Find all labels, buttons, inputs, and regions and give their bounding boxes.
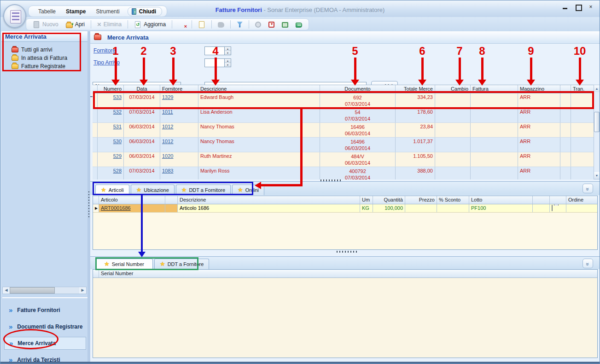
apri-button[interactable]: Apri [63,20,87,29]
numero-link[interactable]: 533 [113,94,122,100]
export-button[interactable] [266,21,277,29]
nav-item-merce-arrivata[interactable]: » Merce Arrivata [4,337,86,350]
table-row[interactable]: 530 06/03/2014 1012 Nancy Thomas 1649606… [93,138,596,152]
filter-button[interactable] [234,21,245,29]
fornitore-link[interactable]: Fornitore [93,47,116,54]
stamp-button[interactable] [215,20,227,29]
fornitore-link[interactable]: 1083 [162,168,173,173]
col-totale-merce[interactable]: Totale Merce [396,85,435,93]
new-page-button[interactable] [195,20,208,29]
numero-link[interactable]: 531 [113,124,122,129]
menu-tabelle[interactable]: Tabelle [33,7,61,16]
fornitore-input[interactable]: ▲▼ [204,46,231,55]
nav-item-documenti-da-registrare[interactable]: » Documenti da Registrare [4,320,86,333]
col-cambio[interactable]: Cambio [435,85,471,93]
fornitore-link[interactable]: 1012 [162,124,173,129]
tipo-arrivo-link[interactable]: Tipo Arrivo [93,59,120,66]
spinner-buttons[interactable]: ▲▼ [224,47,231,55]
tree-item-tutti-gli-arrivi[interactable]: Tutti gli arrivi [12,46,87,54]
star-icon: ★ [136,187,142,193]
table-row[interactable]: 528 07/03/2014 1083 Marilyn Ross 4007920… [93,167,596,179]
nav-item-fatture-fornitori[interactable]: » Fatture Fornitori [4,304,86,317]
tab-ddt-a-fornitore-2[interactable]: ★ DDT a Fornitore [154,259,209,269]
table-row[interactable]: 529 06/03/2014 1020 Ruth Martinez 484/V0… [93,152,596,167]
scroll-up-icon[interactable]: ▲ [594,85,600,92]
sidebar-horizontal-scrollbar[interactable]: ◀ ▶ [2,287,87,294]
row-marker-icon: ▶ [93,204,99,212]
delete-icon: × [97,21,101,28]
splitter-grip-icon[interactable] [337,251,358,253]
col-sconto[interactable]: % Sconto [437,196,469,204]
maximize-button-icon[interactable] [575,4,581,10]
filter-panel: Fornitore ▲▼ Tipo Arrivo ▲▼ Numero ▼ Vai [90,44,600,84]
col-um[interactable]: Um [360,196,373,204]
table-row[interactable]: 532 07/03/2014 1011 Lisa Anderson 5407/0… [93,108,596,123]
sidebar: Merce Arrivata Tutti gli arrivi In attes… [1,31,87,362]
col-documento[interactable]: Documento [320,85,396,93]
fornitore-link[interactable]: 1020 [162,153,173,159]
filter-clear-button[interactable]: × [175,20,188,29]
table-row[interactable]: 531 06/03/2014 1012 Nancy Thomas 1649606… [93,123,596,138]
col-descrizione[interactable]: Descrizione [198,85,320,93]
scroll-right-icon[interactable]: ▶ [79,287,86,294]
tipo-arrivo-input[interactable]: ▲▼ [204,58,231,67]
tree-item-in-attesa-di-fattura[interactable]: In attesa di Fattura [12,54,87,62]
col-data[interactable]: Data [124,85,160,93]
col-articolo[interactable]: Articolo [99,196,165,204]
col-fornitore[interactable]: Fornitore [160,85,198,93]
elimina-button[interactable]: × Elimina [94,20,124,29]
nuovo-button[interactable]: Nuovo [30,20,61,29]
col-lotto[interactable]: Lotto [469,196,533,204]
articolo-row[interactable]: ▶ ART0001686 Articolo 1686 KG 100,000 PF… [93,204,597,213]
col-serial-number[interactable]: Serial Number [99,270,597,277]
scrollbar-thumb[interactable] [10,287,55,294]
application-menu-orb[interactable] [3,4,26,28]
numero-link[interactable]: 529 [113,153,122,159]
tab-ubicazione[interactable]: ★ Ubicazione [131,185,175,195]
grid-vertical-scrollbar[interactable]: ▲ ▼ [594,85,600,179]
menu-chiudi[interactable]: Chiudi [128,7,162,16]
expand-panel-button[interactable]: » [583,259,593,268]
minimize-button-icon[interactable] [562,4,568,10]
window-bottom-border [0,362,600,364]
close-button-icon[interactable]: × [588,4,594,10]
col-descrizione[interactable]: Descrizione [178,196,360,204]
book-icon [296,23,302,28]
col-quantita[interactable]: Quantità [373,196,405,204]
menu-strumenti[interactable]: Strumenti [91,7,124,16]
col-fattura[interactable]: Fattura [471,85,518,93]
col-numero[interactable]: Numero [98,85,124,93]
monitor-button[interactable] [279,20,291,29]
clock-button[interactable] [252,20,264,29]
aggiorna-button[interactable]: Aggiorna [131,20,169,29]
tab-serial-number[interactable]: ★ Serial Number [95,259,153,269]
scroll-down-icon[interactable]: ▼ [594,172,600,179]
articolo-link[interactable]: ART0001686 [101,205,131,211]
menu-stampe[interactable]: Stampe [61,7,91,16]
col-magazzino[interactable]: Magazzino [518,85,560,93]
fornitore-link[interactable]: 1012 [162,139,173,144]
tree-item-fatture-registrate[interactable]: Fatture Registrate [12,62,87,70]
tab-articoli[interactable]: ★ Articoli [95,185,129,195]
tab-ddt-a-fornitore[interactable]: ★ DDT a Fornitore [176,185,231,195]
tab-ordini[interactable]: ★ Ordini [232,185,264,195]
spinner-buttons[interactable]: ▲▼ [224,59,231,67]
printer-icon[interactable] [552,205,553,211]
numero-link[interactable]: 532 [113,109,122,115]
yellow-folder-icon [12,56,18,61]
fornitore-link[interactable]: 1011 [162,109,173,115]
clock-icon [255,22,261,28]
book-button[interactable] [293,21,305,29]
scroll-left-icon[interactable]: ◀ [3,287,10,294]
col-prezzo[interactable]: Prezzo [405,196,437,204]
expand-panel-button[interactable]: » [583,184,593,193]
numero-link[interactable]: 530 [113,139,122,144]
col-tran[interactable]: Tran. [571,85,593,93]
table-row[interactable]: 533 07/03/2014 1329 Edward Baugh 69207/0… [93,93,596,108]
scrollbar-thumb[interactable] [594,112,600,132]
sidebar-tree: Tutti gli arrivi In attesa di Fattura Fa… [1,42,87,70]
numero-link[interactable]: 528 [113,168,122,173]
col-ordine[interactable]: Ordine [566,196,597,204]
fornitore-link[interactable]: 1329 [162,94,173,100]
grid-header-row: Numero Data Fornitore Descrizione Docume… [93,85,596,93]
